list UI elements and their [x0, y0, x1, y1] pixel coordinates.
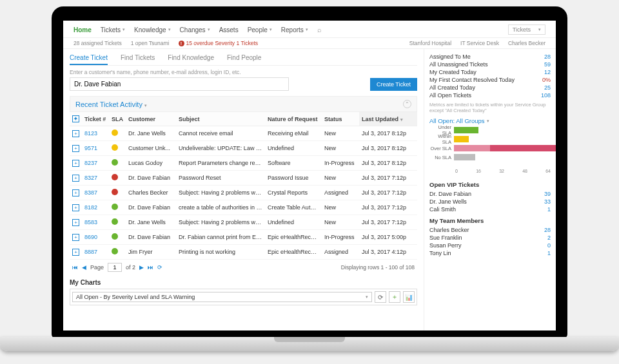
ticket-link[interactable]: 8237 [82, 156, 109, 171]
nav-knowledge[interactable]: Knowledge▾ [134, 26, 170, 34]
table-row[interactable]: + 9571 Customer Unk... Undeliverable: UP… [70, 141, 417, 156]
expand-icon[interactable]: + [72, 160, 79, 167]
col-subject[interactable]: Subject [176, 112, 265, 126]
tab-find-knowledge[interactable]: Find Knowledge [168, 54, 214, 62]
chart-select[interactable]: All Open - By Severity Level and SLA War… [72, 292, 372, 302]
chevron-down-icon: ▾ [123, 27, 125, 32]
table-row[interactable]: + 8327 Dr. Dave Fabian Password Reset Pa… [70, 171, 417, 186]
stat-row[interactable]: All Open Tickets108 [429, 91, 551, 99]
expand-icon[interactable]: + [72, 145, 79, 152]
tsunami-count[interactable]: 1 open Tsunami [131, 40, 170, 46]
collapse-icon[interactable]: ⌃ [403, 100, 411, 108]
ticket-link[interactable]: 8887 [82, 245, 109, 260]
sla-dot-icon [112, 218, 118, 225]
recent-activity-header[interactable]: Recent Ticket Activity ▾ ⌃ [70, 96, 417, 112]
ticket-link[interactable]: 8182 [82, 200, 109, 215]
cell-subject: Printing is not working [176, 245, 265, 260]
table-row[interactable]: + 8123 Dr. Jane Wells Cannot receive ema… [70, 126, 417, 141]
table-row[interactable]: + 8182 Dr. Dave Fabian create a table of… [70, 200, 417, 215]
nav-assets[interactable]: Assets [219, 26, 239, 34]
ticket-link[interactable]: 8583 [82, 215, 109, 230]
chart-chart-icon[interactable]: 📊 [403, 291, 415, 303]
list-item[interactable]: Dr. Jane Wells33 [429, 198, 551, 206]
col-ticket[interactable]: Ticket # [82, 112, 109, 126]
refresh-icon[interactable]: ⟳ [157, 264, 162, 271]
bar-segment [454, 145, 490, 151]
ticket-link[interactable]: 9571 [82, 141, 109, 156]
current-user[interactable]: Charles Becker [508, 40, 545, 46]
customer-input[interactable] [70, 77, 289, 91]
table-row[interactable]: + 8690 Dr. Dave Fabian Dr. Fabian cannot… [70, 230, 417, 245]
expand-icon[interactable]: + [72, 175, 79, 182]
stat-value: 25 [544, 84, 551, 91]
item-label: Sue Franklin [429, 235, 462, 241]
list-item[interactable]: Dr. Dave Fabian39 [429, 190, 551, 198]
list-item[interactable]: Sue Franklin2 [429, 234, 551, 242]
expand-icon[interactable]: + [72, 130, 79, 137]
tab-find-people[interactable]: Find People [227, 54, 261, 62]
col-customer[interactable]: Customer [126, 112, 176, 126]
cell-customer: Jim Fryer [126, 245, 176, 260]
stat-value: 108 [541, 92, 551, 99]
table-row[interactable]: + 8237 Lucas Godoy Report Parameters cha… [70, 156, 417, 171]
table-row[interactable]: + 8387 Charles Becker Subject: Having 2 … [70, 186, 417, 200]
tab-find-tickets[interactable]: Find Tickets [121, 54, 155, 62]
stat-row[interactable]: My Created Today12 [429, 68, 551, 76]
stat-row[interactable]: My First Contact Resolved Today0% [429, 76, 551, 84]
table-row[interactable]: + 8887 Jim Fryer Printing is not working… [70, 245, 417, 260]
desk-name[interactable]: IT Service Desk [460, 40, 499, 46]
list-item[interactable]: Susan Perry0 [429, 242, 551, 249]
stat-row[interactable]: All Created Today25 [429, 84, 551, 91]
cell-status: Assigned [322, 245, 359, 260]
expand-icon[interactable]: + [72, 249, 79, 256]
col-nature[interactable]: Nature of Request [265, 112, 322, 126]
list-item[interactable]: Charles Becker28 [429, 226, 551, 234]
chart-bar: Over SLA [429, 145, 551, 151]
expand-icon[interactable]: + [72, 219, 79, 226]
expand-all-icon[interactable]: ✦ [72, 115, 79, 122]
sla-dot-icon [112, 159, 118, 166]
sidebar: Assigned To Me28All Unassigned Tickets59… [424, 49, 556, 330]
ticket-link[interactable]: 8327 [82, 171, 109, 186]
expand-icon[interactable]: + [72, 234, 79, 241]
nav-tickets[interactable]: Tickets▾ [101, 26, 125, 34]
item-label: Susan Perry [429, 242, 462, 249]
scope-dropdown[interactable]: Tickets▾ [508, 24, 545, 35]
list-item[interactable]: Cali Smith1 [429, 206, 551, 213]
chart-add-icon[interactable]: ＋ [389, 291, 400, 303]
nav-reports[interactable]: Reports▾ [281, 26, 308, 34]
stat-row[interactable]: All Unassigned Tickets59 [429, 61, 551, 68]
table-row[interactable]: + 8583 Dr. Jane Wells Subject: Having 2 … [70, 215, 417, 230]
next-page-icon[interactable]: ▶ [139, 264, 144, 271]
col-sla[interactable]: SLA [109, 112, 126, 126]
tab-create-ticket[interactable]: Create Ticket [70, 54, 108, 65]
search-icon[interactable]: ⌕ [317, 26, 322, 34]
cell-nature: Password Issue [265, 171, 322, 186]
item-value: 1 [547, 250, 551, 256]
chevron-down-icon: ▾ [270, 27, 272, 32]
chart-reload-icon[interactable]: ⟳ [375, 291, 386, 303]
nav-changes[interactable]: Changes▾ [180, 26, 210, 34]
first-page-icon[interactable]: ⏮ [72, 264, 78, 271]
last-page-icon[interactable]: ⏭ [148, 264, 153, 271]
ticket-link[interactable]: 8123 [82, 126, 109, 141]
create-ticket-button[interactable]: Create Ticket [370, 78, 417, 91]
overdue-alert[interactable]: !15 overdue Severity 1 Tickets [179, 40, 259, 46]
col-status[interactable]: Status [322, 112, 359, 126]
assigned-count[interactable]: 28 assigned Tickets [74, 40, 122, 46]
nav-people[interactable]: People▾ [248, 26, 272, 34]
ticket-link[interactable]: 8387 [82, 186, 109, 200]
col-updated[interactable]: Last Updated ▾ [359, 112, 417, 126]
nav-home[interactable]: Home [74, 26, 92, 34]
stat-label: All Unassigned Tickets [429, 61, 488, 68]
cell-nature: Software [265, 156, 322, 171]
stat-row[interactable]: Assigned To Me28 [429, 53, 551, 61]
expand-icon[interactable]: + [72, 189, 79, 196]
list-item[interactable]: Tony Lin1 [429, 249, 551, 257]
sla-chart-title[interactable]: All Open: All Groups▾ [429, 117, 551, 124]
chart-bar: No SLA [429, 154, 551, 160]
prev-page-icon[interactable]: ◀ [82, 264, 86, 271]
ticket-link[interactable]: 8690 [82, 230, 109, 245]
expand-icon[interactable]: + [72, 204, 79, 211]
page-input[interactable] [108, 263, 122, 272]
